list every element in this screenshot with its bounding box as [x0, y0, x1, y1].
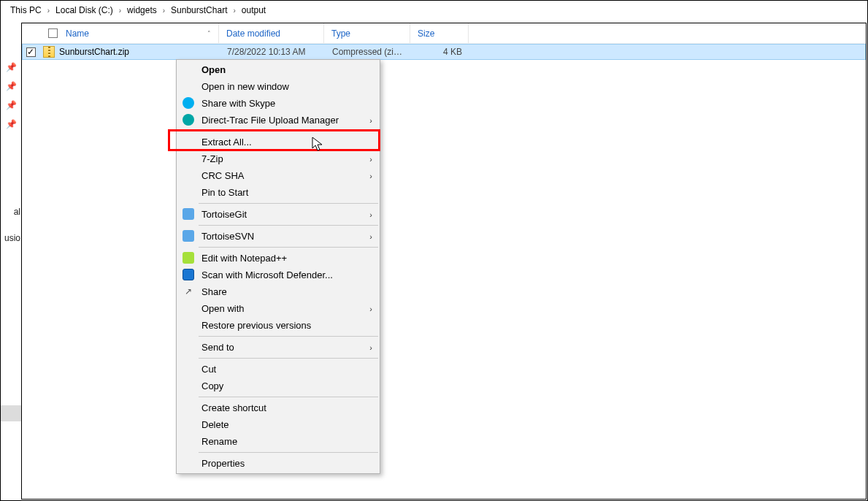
- menu-item-label: CRC SHA: [201, 170, 369, 181]
- chevron-right-icon: ›: [369, 305, 372, 313]
- context-menu-item[interactable]: CRC SHA›: [177, 167, 380, 184]
- context-menu-item[interactable]: Copy: [177, 378, 380, 394]
- file-name-cell[interactable]: SunburstChart.zip: [23, 46, 220, 58]
- menu-item-label: Properties: [201, 458, 372, 469]
- chevron-right-icon: ›: [369, 155, 372, 164]
- context-menu-item[interactable]: Edit with Notepad++: [177, 250, 380, 267]
- context-menu-item[interactable]: Direct-Trac File Upload Manager›: [177, 112, 380, 129]
- menu-item-label: Delete: [201, 419, 372, 430]
- chevron-right-icon: ›: [45, 7, 53, 15]
- menu-item-label: Send to: [201, 342, 369, 353]
- file-type-cell: Compressed (zipp…: [325, 47, 411, 57]
- column-headers: Name ˄ Date modified Type Size: [22, 23, 866, 44]
- menu-separator: [199, 203, 378, 204]
- tgit-icon: [183, 208, 194, 220]
- context-menu-item[interactable]: Open in new window: [177, 78, 380, 95]
- menu-item-label: Share with Skype: [201, 98, 372, 109]
- skype-icon: [183, 97, 194, 109]
- menu-item-label: Share: [201, 286, 372, 297]
- file-list-panel: Name ˄ Date modified Type Size SunburstC…: [21, 23, 867, 500]
- context-menu-item[interactable]: Properties: [177, 455, 380, 472]
- menu-item-label: Open with: [201, 303, 369, 314]
- menu-item-label: Scan with Microsoft Defender...: [201, 269, 372, 280]
- select-all-checkbox[interactable]: [48, 28, 58, 38]
- context-menu-item[interactable]: ↗Share: [177, 283, 380, 300]
- context-menu-item[interactable]: TortoiseGit›: [177, 206, 380, 223]
- menu-item-label: Direct-Trac File Upload Manager: [201, 115, 369, 126]
- menu-item-label: 7-Zip: [201, 153, 369, 164]
- truncated-label: usio: [1, 233, 20, 243]
- menu-item-label: Create shortcut: [201, 402, 372, 413]
- menu-item-label: Extract All...: [201, 137, 372, 148]
- menu-separator: [199, 397, 378, 397]
- context-menu-item[interactable]: Open with›: [177, 300, 380, 317]
- menu-separator: [199, 131, 378, 131]
- file-name-label: SunburstChart.zip: [59, 47, 129, 57]
- context-menu-item[interactable]: Extract All...: [177, 134, 380, 150]
- menu-separator: [199, 452, 378, 453]
- menu-item-label: TortoiseSVN: [201, 231, 369, 242]
- chevron-right-icon: ›: [369, 232, 372, 241]
- truncated-label: al: [1, 207, 20, 217]
- menu-item-label: TortoiseGit: [201, 209, 369, 220]
- column-label: Name: [66, 28, 89, 39]
- sort-arrow-icon: ˄: [207, 30, 211, 37]
- context-menu-item[interactable]: Restore previous versions: [177, 317, 380, 334]
- quick-access-selected-bg: [1, 405, 21, 421]
- def-icon: [183, 269, 194, 280]
- context-menu-item[interactable]: Cut: [177, 361, 380, 378]
- menu-separator: [199, 358, 378, 359]
- breadcrumb: This PC › Local Disk (C:) › widgets › Su…: [1, 1, 867, 19]
- context-menu-item[interactable]: TortoiseSVN›: [177, 228, 380, 245]
- chevron-right-icon: ›: [230, 7, 238, 15]
- pin-icon[interactable]: 📌: [1, 115, 20, 134]
- zip-file-icon: [43, 46, 55, 58]
- column-label: Type: [331, 28, 350, 39]
- menu-item-label: Cut: [201, 364, 372, 375]
- pin-icon[interactable]: 📌: [1, 96, 20, 115]
- row-checkbox[interactable]: [26, 47, 36, 57]
- dt-icon: [183, 114, 194, 126]
- context-menu-item[interactable]: Send to›: [177, 339, 380, 356]
- column-size[interactable]: Size: [410, 23, 469, 43]
- file-date-cell: 7/28/2022 10:13 AM: [220, 47, 325, 57]
- context-menu-item[interactable]: Create shortcut: [177, 399, 380, 416]
- chevron-right-icon: ›: [369, 116, 372, 125]
- context-menu[interactable]: OpenOpen in new windowShare with SkypeDi…: [176, 59, 380, 474]
- column-type[interactable]: Type: [324, 23, 410, 43]
- menu-separator: [199, 225, 378, 226]
- pin-icon[interactable]: 📌: [1, 58, 20, 77]
- menu-separator: [199, 247, 378, 248]
- chevron-right-icon: ›: [369, 172, 372, 180]
- menu-item-label: Copy: [201, 380, 372, 391]
- context-menu-item[interactable]: Rename: [177, 433, 380, 450]
- pin-icon[interactable]: 📌: [1, 77, 20, 96]
- menu-item-label: Rename: [201, 436, 372, 447]
- chevron-right-icon: ›: [116, 7, 124, 15]
- chevron-right-icon: ›: [160, 7, 168, 15]
- chevron-right-icon: ›: [369, 210, 372, 219]
- share-icon: ↗: [183, 286, 194, 297]
- context-menu-item[interactable]: Delete: [177, 416, 380, 433]
- menu-item-label: Open: [201, 64, 372, 75]
- breadcrumb-item[interactable]: output: [239, 5, 269, 15]
- breadcrumb-item[interactable]: widgets: [124, 5, 160, 15]
- context-menu-item[interactable]: 7-Zip›: [177, 150, 380, 167]
- column-name[interactable]: Name ˄: [22, 23, 219, 43]
- chevron-right-icon: ›: [369, 343, 372, 352]
- menu-item-label: Open in new window: [201, 81, 372, 92]
- breadcrumb-item[interactable]: Local Disk (C:): [53, 5, 116, 15]
- file-row[interactable]: SunburstChart.zip 7/28/2022 10:13 AM Com…: [22, 44, 866, 60]
- menu-item-label: Edit with Notepad++: [201, 253, 372, 264]
- breadcrumb-item[interactable]: SunburstChart: [168, 5, 230, 15]
- npp-icon: [183, 252, 194, 264]
- context-menu-item[interactable]: Share with Skype: [177, 95, 380, 112]
- column-date[interactable]: Date modified: [219, 23, 324, 43]
- breadcrumb-item[interactable]: This PC: [7, 5, 45, 15]
- context-menu-item[interactable]: Pin to Start: [177, 184, 380, 201]
- context-menu-item[interactable]: Open: [177, 61, 380, 78]
- window-frame: This PC › Local Disk (C:) › widgets › Su…: [0, 0, 868, 501]
- menu-item-label: Pin to Start: [201, 187, 372, 198]
- column-label: Date modified: [226, 28, 280, 39]
- context-menu-item[interactable]: Scan with Microsoft Defender...: [177, 267, 380, 283]
